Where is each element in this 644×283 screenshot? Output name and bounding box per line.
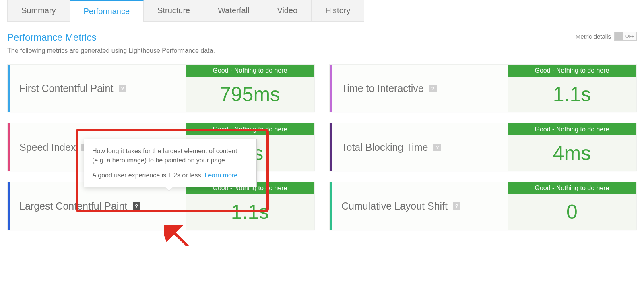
metric-name: Time to Interactive ? [332, 65, 508, 112]
metrics-grid: First Contentful Paint ? Good - Nothing … [7, 64, 637, 230]
tab-history[interactable]: History [312, 0, 364, 22]
metric-status: Good - Nothing to do here [186, 65, 314, 77]
tab-performance[interactable]: Performance [70, 0, 144, 22]
help-icon[interactable]: ? [133, 202, 140, 210]
help-icon[interactable]: ? [119, 85, 126, 92]
help-tooltip: How long it takes for the largest elemen… [84, 139, 257, 187]
metric-details-toggle[interactable]: OFF [614, 32, 637, 41]
tab-waterfall[interactable]: Waterfall [204, 0, 263, 22]
metric-card-cls: Cumulative Layout Shift ? Good - Nothing… [329, 182, 637, 230]
tooltip-paragraph: How long it takes for the largest elemen… [92, 146, 248, 165]
metric-card-tbt: Total Blocking Time ? Good - Nothing to … [329, 123, 637, 171]
metric-card-fcp: First Contentful Paint ? Good - Nothing … [7, 64, 315, 112]
metric-card-lcp: Largest Contentful Paint ? Good - Nothin… [7, 182, 315, 230]
svg-line-0 [171, 230, 204, 246]
help-icon[interactable]: ? [429, 85, 437, 92]
tab-structure[interactable]: Structure [144, 0, 204, 22]
metric-value: 1.1s [186, 194, 314, 230]
tab-summary[interactable]: Summary [7, 0, 70, 22]
metric-status: Good - Nothing to do here [186, 123, 314, 135]
tooltip-learn-more-link[interactable]: Learn more. [204, 172, 239, 179]
tooltip-paragraph: A good user experience is 1.2s or less. … [92, 171, 248, 180]
toggle-state: OFF [625, 34, 634, 39]
tab-video[interactable]: Video [263, 0, 312, 22]
metric-name-text: Speed Index [19, 142, 76, 153]
metric-name-text: First Contentful Paint [19, 83, 113, 94]
metric-value: 1.1s [508, 77, 636, 112]
metric-name-text: Cumulative Layout Shift [341, 200, 448, 212]
metric-name: Cumulative Layout Shift ? [332, 182, 508, 230]
tabs: Summary Performance Structure Waterfall … [7, 0, 637, 22]
metric-status: Good - Nothing to do here [508, 182, 636, 194]
metric-details-toggle-group: Metric details OFF [576, 32, 637, 41]
section-description: The following metrics are generated usin… [7, 47, 215, 54]
section-title: Performance Metrics [7, 32, 215, 43]
metric-name-text: Largest Contentful Paint [19, 200, 127, 212]
metric-name: Largest Contentful Paint ? [10, 182, 186, 230]
metric-name: Total Blocking Time ? [332, 123, 508, 171]
metric-name: First Contentful Paint ? [10, 65, 186, 112]
help-icon[interactable]: ? [453, 202, 460, 210]
metric-value: 795ms [186, 77, 314, 112]
metric-name-text: Time to Interactive [341, 83, 424, 94]
metric-status: Good - Nothing to do here [508, 123, 636, 135]
help-icon[interactable]: ? [433, 144, 441, 151]
metric-name-text: Total Blocking Time [341, 142, 428, 153]
metric-status: Good - Nothing to do here [508, 65, 636, 77]
toggle-label: Metric details [576, 33, 611, 40]
metric-value: 4ms [508, 135, 636, 171]
toggle-knob [615, 32, 623, 40]
metric-value: 0 [508, 194, 636, 230]
tooltip-text: A good user experience is 1.2s or less. [92, 172, 203, 179]
metric-card-tti: Time to Interactive ? Good - Nothing to … [329, 64, 637, 112]
